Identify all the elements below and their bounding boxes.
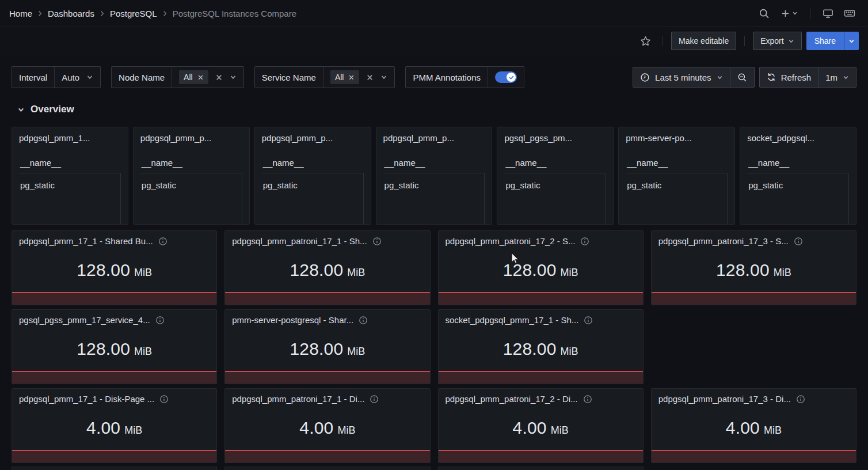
info-icon[interactable] — [580, 237, 589, 246]
panel-title[interactable]: pgsql_pgss_pm... — [497, 127, 613, 143]
panel-title[interactable]: socket_pdpgsql... — [740, 127, 856, 143]
panel-title[interactable]: socket_pdpgsql_pmm_17_1 - Sh... — [446, 315, 579, 325]
stat-panel: pgsql_pgss_pmm_17_service_4... 128.00MiB — [12, 309, 217, 384]
clock-icon — [640, 73, 650, 82]
stat-panel: pdpgsql_pmm_17_1 - Shared Bu... 128.00Mi… — [12, 230, 217, 305]
name-table: __name__ pg_static — [504, 158, 606, 225]
info-icon[interactable] — [359, 316, 368, 325]
overview-section-toggle[interactable]: Overview — [12, 101, 856, 118]
stat-value: 128.00MiB — [12, 339, 216, 359]
search-icon — [759, 8, 770, 19]
table-cell: pg_static — [626, 173, 727, 190]
chevron-down-icon — [717, 74, 723, 81]
export-button[interactable]: Export — [753, 32, 801, 50]
panel-title[interactable]: pdpgsql_pmm_p... — [255, 127, 371, 143]
service-name-select[interactable]: All — [323, 67, 395, 88]
breadcrumb-home[interactable]: Home — [9, 9, 32, 18]
info-icon[interactable] — [794, 237, 803, 246]
breadcrumb-dashboards[interactable]: Dashboards — [48, 9, 94, 18]
check-icon — [509, 75, 514, 80]
name-table: __name__ pg_static — [19, 158, 121, 225]
info-icon[interactable] — [583, 395, 592, 404]
name-panel: pmm-server-po... __name__ pg_static — [618, 127, 735, 225]
panel-title[interactable]: pdpgsql_pmm_p... — [376, 127, 492, 143]
refresh-icon — [767, 73, 776, 82]
add-button[interactable] — [776, 4, 802, 22]
pmm-annotations-toggle[interactable] — [495, 71, 517, 83]
refresh-label: Refresh — [781, 73, 812, 82]
interval-control: Interval Auto — [12, 66, 101, 88]
clear-icon[interactable] — [366, 74, 374, 81]
stat-panel: pdpgsql_pmm_patroni_17_2 - Di... 4.00MiB — [438, 388, 644, 463]
info-icon[interactable] — [796, 395, 805, 404]
node-name-chip-label: All — [184, 73, 193, 82]
panel-title[interactable]: pmm-server-po... — [619, 127, 734, 143]
grafana-dashboard: Home Dashboards PostgreSQL PostgreSQL In… — [0, 0, 868, 470]
name-panel: socket_pdpgsql... __name__ pg_static — [740, 127, 856, 225]
stat-panel: pdpgsql_pmm_patroni_17_1 - Di... 4.00MiB — [224, 388, 430, 463]
info-icon[interactable] — [372, 237, 382, 246]
node-name-chip[interactable]: All — [179, 70, 208, 84]
share-button[interactable]: Share — [806, 32, 844, 50]
chevron-right-icon — [98, 10, 106, 17]
panel-title[interactable]: pdpgsql_pmm_17_1 - Shared Bu... — [19, 236, 153, 246]
node-name-select[interactable]: All — [172, 67, 243, 88]
refresh-interval-button[interactable]: 1m — [818, 67, 856, 87]
node-name-label: Node Name — [112, 67, 172, 88]
breadcrumb-current: PostgreSQL Instances Compare — [173, 9, 296, 18]
panel-title[interactable]: pdpgsql_pmm_1... — [12, 127, 128, 143]
stat-panel: pmm-server-postgresql - Shar... 128.00Mi… — [224, 309, 430, 384]
time-range-button[interactable]: Last 5 minutes — [633, 67, 730, 87]
stat-panel: socket_pdpgsql_pmm_17_1 - Sh... 128.00Mi… — [438, 309, 644, 384]
panel-title[interactable]: pdpgsql_pmm_p... — [134, 127, 249, 143]
search-button[interactable] — [755, 4, 773, 22]
chevron-down-icon[interactable] — [230, 74, 237, 81]
panel-title[interactable]: pdpgsql_pmm_patroni_17_3 - Di... — [658, 394, 791, 404]
panel-title[interactable]: pdpgsql_pmm_patroni_17_1 - Di... — [232, 394, 364, 404]
shared-buffers-row-2: pgsql_pgss_pmm_17_service_4... 128.00MiB… — [12, 309, 856, 384]
stat-sparkline-bar — [439, 371, 643, 384]
info-icon[interactable] — [155, 316, 165, 325]
stat-sparkline-bar — [225, 450, 429, 463]
info-icon[interactable] — [370, 395, 379, 404]
service-name-chip[interactable]: All — [330, 70, 360, 84]
stat-sparkline-bar — [439, 450, 643, 463]
breadcrumb-postgresql[interactable]: PostgreSQL — [110, 9, 157, 18]
panel-title[interactable]: pdpgsql_pmm_patroni_17_1 - Sh... — [232, 236, 367, 246]
appbar-actions — [755, 4, 859, 22]
panel-title[interactable]: pdpgsql_pmm_patroni_17_3 - S... — [658, 236, 789, 246]
chevron-down-icon[interactable] — [86, 74, 93, 81]
info-icon[interactable] — [584, 316, 593, 325]
clear-icon[interactable] — [215, 74, 223, 81]
share-split-button: Share — [806, 32, 859, 50]
panel-title[interactable]: pdpgsql_pmm_patroni_17_2 - Di... — [446, 394, 578, 404]
stat-sparkline-bar — [12, 450, 216, 463]
monitor-button[interactable] — [818, 4, 837, 22]
panel-title[interactable]: pgsql_pgss_pmm_17_service_4... — [19, 315, 150, 325]
stat-panel: pdpgsql_pmm_patroni_17_3 - S... 128.00Mi… — [651, 230, 856, 305]
close-icon[interactable] — [197, 74, 204, 81]
stat-panel: pdpgsql_pmm_17_1 - Disk-Page ... 4.00MiB — [12, 388, 217, 463]
close-icon[interactable] — [348, 74, 355, 81]
share-menu-button[interactable] — [844, 32, 859, 50]
name-table: __name__ pg_static — [383, 158, 485, 225]
info-icon[interactable] — [158, 237, 167, 246]
interval-select[interactable]: Auto — [55, 67, 100, 88]
make-editable-button[interactable]: Make editable — [671, 32, 736, 50]
node-name-control: Node Name All — [111, 66, 244, 88]
keyboard-shortcuts-button[interactable] — [840, 4, 859, 22]
panel-title[interactable]: pdpgsql_pmm_patroni_17_2 - S... — [446, 236, 576, 246]
favorite-button[interactable] — [636, 32, 654, 50]
make-editable-label: Make editable — [679, 36, 729, 46]
breadcrumb: Home Dashboards PostgreSQL PostgreSQL In… — [9, 9, 296, 18]
stat-value: 4.00MiB — [439, 418, 643, 438]
panel-title[interactable]: pdpgsql_pmm_17_1 - Disk-Page ... — [19, 394, 154, 404]
stat-value: 4.00MiB — [12, 418, 216, 438]
chevron-down-icon[interactable] — [380, 74, 387, 81]
zoom-out-button[interactable] — [730, 67, 754, 87]
info-icon[interactable] — [159, 395, 169, 404]
chevron-down-icon — [17, 106, 25, 113]
refresh-button[interactable]: Refresh — [760, 67, 818, 87]
panel-title[interactable]: pmm-server-postgresql - Shar... — [232, 315, 353, 325]
table-cell: pg_static — [262, 173, 363, 190]
